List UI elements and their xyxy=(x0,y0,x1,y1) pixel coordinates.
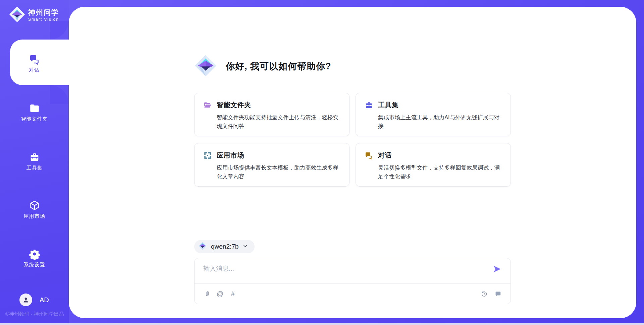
user-avatar xyxy=(19,294,32,306)
model-name: qwen2:7b xyxy=(211,243,238,250)
history-icon[interactable] xyxy=(480,290,488,298)
brand-name-cn: 神州问学 xyxy=(28,8,59,16)
sidebar-item-label: 应用市场 xyxy=(0,213,69,219)
model-logo-icon xyxy=(198,242,207,252)
card-chat[interactable]: 对话 灵活切换多模型文件，支持多样回复效果调试，满足个性化需求 xyxy=(356,143,511,187)
card-title: 应用市场 xyxy=(217,151,244,160)
folder-open-icon xyxy=(203,101,212,110)
sidebar-item-label: 工具集 xyxy=(0,165,69,171)
card-title: 智能文件夹 xyxy=(217,101,251,110)
send-icon[interactable] xyxy=(492,264,502,274)
card-smart-folder[interactable]: 智能文件夹 智能文件夹功能支持批量文件上传与清洗，轻松实现文件问答 xyxy=(194,93,350,136)
comment-icon[interactable] xyxy=(494,290,502,298)
sidebar-item-label: 对话 xyxy=(0,67,69,73)
card-toolset[interactable]: 工具集 集成市场上主流工具，助力AI与外界无缝扩展与对接 xyxy=(356,93,511,136)
card-description: 应用市场提供丰富长文本模板，助力高效生成多样化文章内容 xyxy=(217,163,340,181)
mention-icon[interactable]: @ xyxy=(216,290,224,298)
message-composer: @ # xyxy=(194,258,511,304)
window-bottom-edge xyxy=(0,323,644,325)
card-app-market[interactable]: 应用市场 应用市场提供丰富长文本模板，助力高效生成多样化文章内容 xyxy=(194,143,350,187)
tab-curve-top xyxy=(50,21,69,40)
grid-icon xyxy=(203,151,212,160)
tab-curve-bottom xyxy=(50,85,69,104)
card-description: 智能文件夹功能支持批量文件上传与清洗，轻松实现文件问答 xyxy=(217,113,340,131)
brand-logo-icon xyxy=(9,7,25,23)
greeting-title: 你好, 我可以如何帮助你? xyxy=(226,60,331,72)
feature-cards: 智能文件夹 智能文件夹功能支持批量文件上传与清洗，轻松实现文件问答 工具集 xyxy=(194,93,511,187)
model-selector[interactable]: qwen2:7b xyxy=(194,240,255,253)
sidebar-item-label: 智能文件夹 xyxy=(0,116,69,122)
hashtag-icon[interactable]: # xyxy=(229,290,237,298)
toolbox-icon xyxy=(29,151,40,163)
sidebar-item-settings[interactable]: 系统设置 xyxy=(0,248,69,274)
folder-icon xyxy=(29,103,40,114)
assistant-logo-icon xyxy=(194,54,217,78)
card-description: 灵活切换多模型文件，支持多样回复效果调试，满足个性化需求 xyxy=(378,163,502,181)
card-description: 集成市场上主流工具，助力AI与外界无缝扩展与对接 xyxy=(378,113,502,131)
card-title: 工具集 xyxy=(378,101,399,110)
sidebar-item-chat[interactable]: 对话 xyxy=(0,54,69,79)
user-name: AD xyxy=(40,296,49,304)
sidebar: 神州问学 Smart Vision 对话 智能文件夹 xyxy=(0,0,69,325)
cube-icon xyxy=(29,200,40,211)
chevron-down-icon xyxy=(243,243,248,250)
message-input[interactable] xyxy=(203,264,478,280)
attachment-icon[interactable] xyxy=(203,290,211,298)
person-icon xyxy=(22,296,30,304)
sidebar-item-smart-folder[interactable]: 智能文件夹 xyxy=(0,103,69,128)
card-title: 对话 xyxy=(378,151,392,160)
user-account[interactable]: AD xyxy=(19,294,49,306)
toolbox-icon xyxy=(365,101,373,110)
sidebar-item-app-market[interactable]: 应用市场 xyxy=(0,200,69,225)
chat-icon xyxy=(365,151,373,160)
sidebar-item-toolset[interactable]: 工具集 xyxy=(0,151,69,177)
chat-icon xyxy=(29,54,40,65)
sidebar-item-label: 系统设置 xyxy=(0,262,69,268)
main-panel: 你好, 我可以如何帮助你? 智能文件夹 智能文件夹功能支持批量文件上传与清洗，轻… xyxy=(69,7,636,318)
greeting-block: 你好, 我可以如何帮助你? xyxy=(194,54,331,78)
copyright-text: ©神州数码 · 神州问学出品 xyxy=(5,311,64,317)
gear-icon xyxy=(29,248,40,260)
